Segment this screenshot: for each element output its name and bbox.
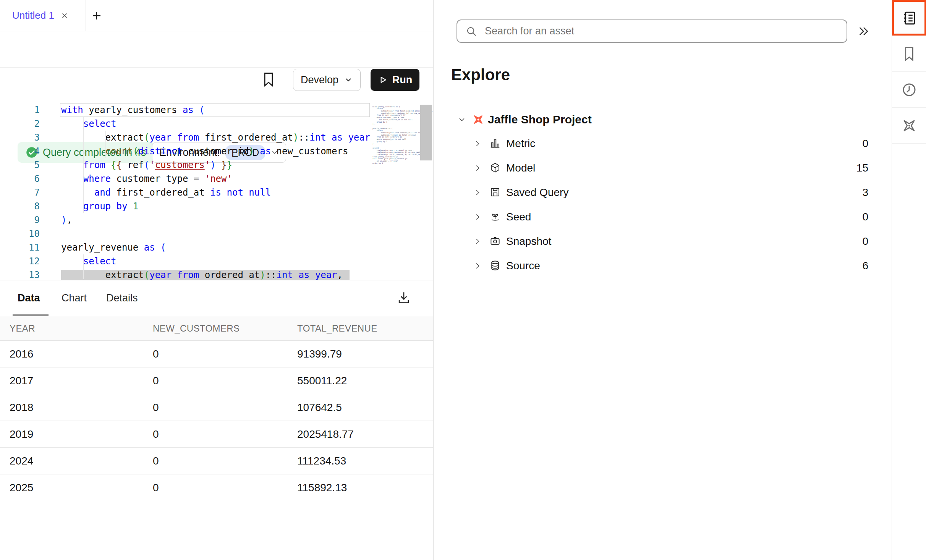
line-number: 1	[0, 103, 40, 117]
tree-item-source[interactable]: Source6	[434, 254, 892, 278]
editor-minimap[interactable]: with yearly_customers as ( select extrac…	[372, 106, 418, 165]
line-number: 13	[0, 268, 40, 280]
chevron-right-icon[interactable]	[473, 164, 482, 172]
line-number: 4	[0, 144, 40, 158]
code-line[interactable]: extract(year from first_ordered_at)::int…	[60, 131, 370, 144]
table-cell: 0	[143, 448, 288, 474]
chevron-down-icon[interactable]	[457, 115, 466, 124]
project-name: Jaffle Shop Project	[488, 113, 592, 126]
table-row[interactable]: 201902025418.77	[0, 421, 433, 448]
download-icon	[397, 291, 411, 305]
tree-item-model[interactable]: Model15	[434, 156, 892, 180]
chevron-right-icon[interactable]	[473, 188, 482, 197]
code-line[interactable]: with yearly_customers as (	[60, 103, 370, 117]
code-line[interactable]: select	[60, 254, 370, 268]
dbt-logo-icon	[473, 114, 484, 125]
results-tab-chart[interactable]: Chart	[62, 280, 87, 316]
history-tool-button[interactable]	[892, 72, 926, 108]
code-line[interactable]: select	[60, 117, 370, 131]
table-cell: 107642.5	[288, 394, 433, 421]
explore-panel: Explore Jaffle Shop Project Metric0Model…	[433, 0, 892, 560]
clock-icon	[902, 82, 917, 97]
indent-guide	[105, 131, 106, 158]
new-tab-button[interactable]	[89, 8, 104, 23]
cube-icon	[489, 162, 501, 173]
column-header: YEAR	[0, 316, 143, 341]
line-number: 11	[0, 241, 40, 254]
table-row[interactable]: 20170550011.22	[0, 367, 433, 394]
chevron-right-icon[interactable]	[473, 213, 482, 221]
tree-item-count: 0	[862, 211, 868, 223]
table-cell: 0	[143, 394, 288, 421]
table-cell: 2019	[0, 421, 143, 448]
code-line[interactable]: yearly_revenue as (	[60, 241, 370, 254]
chevron-right-icon[interactable]	[473, 237, 482, 246]
table-row[interactable]: 20240111234.53	[0, 448, 433, 474]
table-row[interactable]: 20180107642.5	[0, 394, 433, 421]
code-line[interactable]: and first_ordered_at is not null	[60, 186, 370, 199]
tree-item-metric[interactable]: Metric0	[434, 131, 892, 156]
code-line[interactable]	[60, 227, 370, 241]
tree-item-label: Metric	[506, 138, 535, 150]
line-number: 9	[0, 213, 40, 227]
asset-search-box[interactable]	[457, 19, 847, 43]
line-number: 5	[0, 158, 40, 172]
column-header: NEW_CUSTOMERS	[143, 316, 288, 341]
table-cell: 0	[143, 367, 288, 394]
tree-item-label: Source	[506, 260, 540, 272]
tree-item-count: 15	[856, 162, 868, 174]
close-tab-icon[interactable]	[60, 11, 69, 20]
line-number: 10	[0, 227, 40, 241]
tree-item-label: Saved Query	[506, 186, 568, 199]
line-number: 12	[0, 254, 40, 268]
download-results-button[interactable]	[397, 291, 411, 305]
tree-item-label: Model	[506, 162, 535, 174]
sprout-icon	[489, 211, 501, 222]
results-panel: DataChartDetails YEARNEW_CUSTOMERSTOTAL_…	[0, 280, 433, 501]
collapse-panel-button[interactable]	[857, 24, 871, 38]
tree-item-seed[interactable]: Seed0	[434, 205, 892, 229]
line-number-gutter: 12345678910111213	[0, 103, 40, 280]
bookmarks-tool-button[interactable]	[892, 36, 926, 72]
results-table: YEARNEW_CUSTOMERSTOTAL_REVENUE 201609139…	[0, 316, 433, 501]
floppy-icon	[489, 186, 501, 198]
line-number: 7	[0, 186, 40, 199]
tree-item-snapshot[interactable]: Snapshot0	[434, 229, 892, 254]
tab-title: Untitled 1	[12, 10, 54, 21]
table-cell: 0	[143, 341, 288, 367]
notebook-icon	[901, 10, 917, 26]
search-icon	[466, 26, 477, 37]
results-tab-data[interactable]: Data	[18, 280, 40, 316]
double-chevron-right-icon	[857, 24, 871, 38]
code-line[interactable]: from {{ ref('customers') }}	[60, 158, 370, 172]
studio-notebook-tool-button[interactable]	[892, 0, 926, 36]
editor-scrollbar[interactable]	[420, 105, 432, 160]
database-icon	[489, 260, 501, 271]
table-cell: 115892.13	[288, 474, 433, 501]
code-line[interactable]: count(distinct customer_id) as new_custo…	[60, 144, 370, 158]
status-bar: Query completed in 4s Environment: PROD	[0, 67, 433, 102]
code-line[interactable]: ),	[60, 213, 370, 227]
tree-project-row[interactable]: Jaffle Shop Project	[434, 108, 892, 131]
code-line[interactable]: where customer_type = 'new'	[60, 172, 370, 186]
table-row[interactable]: 20250115892.13	[0, 474, 433, 501]
tree-item-count: 3	[862, 186, 868, 199]
tree-item-label: Seed	[506, 211, 531, 223]
right-icon-strip	[892, 0, 926, 560]
code-line[interactable]: group by 1	[60, 199, 370, 213]
chevron-right-icon[interactable]	[473, 262, 482, 270]
chevron-right-icon[interactable]	[473, 139, 482, 148]
dbt-sparkle-icon	[902, 118, 917, 133]
sql-editor[interactable]: 12345678910111213 with yearly_customers …	[0, 102, 433, 280]
plus-icon	[91, 10, 102, 21]
table-row[interactable]: 2016091399.79	[0, 341, 433, 367]
search-input[interactable]	[484, 25, 838, 37]
tab-untitled-1[interactable]: Untitled 1	[0, 0, 86, 31]
code-area[interactable]: with yearly_customers as ( select extrac…	[60, 103, 370, 280]
results-tab-details[interactable]: Details	[106, 280, 138, 316]
code-line[interactable]: extract(year from ordered_at)::int as ye…	[60, 268, 370, 280]
indent-guide	[83, 117, 84, 213]
tab-bar: Untitled 1	[0, 0, 433, 31]
tree-item-saved-query[interactable]: Saved Query3	[434, 180, 892, 205]
dbt-copilot-tool-button[interactable]	[892, 108, 926, 144]
